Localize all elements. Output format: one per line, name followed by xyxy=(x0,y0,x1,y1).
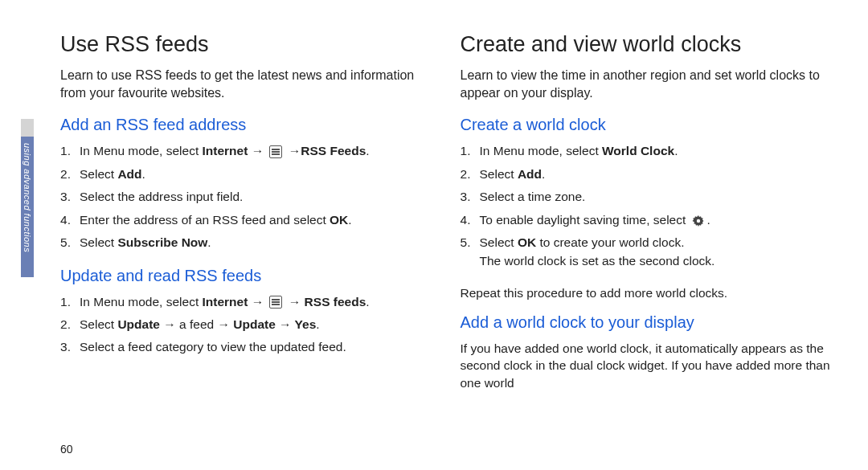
step-item: Select the address input field. xyxy=(60,188,436,206)
step-item: Select Add. xyxy=(60,166,436,183)
page-content: Use RSS feeds Learn to use RSS feeds to … xyxy=(0,0,868,419)
steps-update-rss: In Menu mode, select Internet → → RSS fe… xyxy=(60,293,436,357)
subheading-add-display: Add a world clock to your display xyxy=(461,313,837,332)
step-item: To enable daylight saving time, select . xyxy=(461,211,837,229)
subheading-create-clock: Create a world clock xyxy=(461,116,837,134)
add-display-text: If you have added one world clock, it au… xyxy=(461,340,837,392)
step-item: In Menu mode, select Internet → → RSS fe… xyxy=(60,293,436,311)
gear-icon xyxy=(692,215,705,227)
page-number: 60 xyxy=(60,443,73,456)
steps-create-clock: In Menu mode, select World Clock. Select… xyxy=(461,142,837,270)
step-item: Select Add. xyxy=(461,166,837,183)
heading-rss: Use RSS feeds xyxy=(60,32,436,57)
step-item: Select Subscribe Now. xyxy=(60,234,436,251)
subheading-add-rss: Add an RSS feed address xyxy=(60,116,436,134)
intro-rss: Learn to use RSS feeds to get the latest… xyxy=(60,67,436,101)
step-item: In Menu mode, select Internet → →RSS Fee… xyxy=(60,142,436,160)
left-column: Use RSS feeds Learn to use RSS feeds to … xyxy=(60,32,436,403)
step-item: Select a feed category to view the updat… xyxy=(60,338,436,356)
menu-icon xyxy=(269,296,282,309)
svg-point-0 xyxy=(696,219,699,222)
step-item: Select Update → a feed → Update → Yes. xyxy=(60,316,436,333)
right-column: Create and view world clocks Learn to vi… xyxy=(461,32,837,403)
step-item: Select OK to create your world clock. Th… xyxy=(461,234,837,270)
step-item: Enter the address of an RSS feed and sel… xyxy=(60,211,436,229)
heading-clocks: Create and view world clocks xyxy=(461,32,837,57)
side-tab-inactive xyxy=(21,119,34,137)
step-item: In Menu mode, select World Clock. xyxy=(461,142,837,160)
intro-clocks: Learn to view the time in another region… xyxy=(461,67,837,101)
menu-icon xyxy=(269,145,282,158)
side-tab-label: using advanced functions xyxy=(21,141,34,277)
step-item: Select a time zone. xyxy=(461,188,837,206)
steps-add-rss: In Menu mode, select Internet → →RSS Fee… xyxy=(60,142,436,251)
repeat-note: Repeat this procedure to add more world … xyxy=(461,284,837,302)
subheading-update-rss: Update and read RSS feeds xyxy=(60,267,436,285)
